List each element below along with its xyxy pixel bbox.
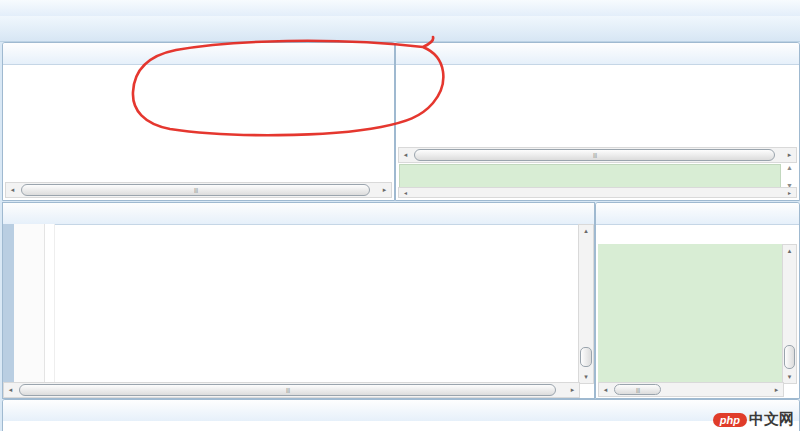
debug-panel-toolbar: [3, 65, 394, 84]
scroll-left-icon[interactable]: ◂: [599, 386, 612, 394]
watermark-text: 中文网: [749, 410, 794, 429]
breakpoints-panel-tabs: [396, 43, 799, 65]
php-watermark: php 中文网: [713, 410, 794, 429]
scroll-right-icon[interactable]: ▸: [783, 151, 796, 159]
editor-vscrollbar[interactable]: ▴ ▾: [578, 224, 594, 384]
scroll-down-icon[interactable]: ▾: [783, 371, 796, 383]
fold-ruler[interactable]: [45, 224, 55, 384]
code-lines: [55, 224, 580, 384]
console-panel-tabs: [3, 400, 799, 421]
debug-panel: ◂ ▸: [2, 42, 395, 201]
console-panel: [2, 399, 800, 431]
watermark-badge: php: [713, 413, 747, 427]
code-area[interactable]: [3, 224, 580, 384]
editor-hscrollbar[interactable]: ◂ ▸: [3, 382, 580, 398]
breakpoints-hscrollbar-2[interactable]: ◂ ▸: [398, 187, 797, 198]
breakpoints-panel: ◂ ▸ ▲▼ ◂ ▸: [395, 42, 800, 201]
main-toolbar: [0, 16, 800, 42]
debug-tree: [3, 84, 394, 86]
scroll-up-icon[interactable]: ▴: [783, 245, 796, 257]
menu-bar: [0, 0, 800, 16]
outline-panel: ▴ ▾ ◂ ▸: [595, 202, 800, 399]
debug-panel-tabs: [3, 43, 394, 65]
scroll-left-icon[interactable]: ◂: [399, 151, 412, 159]
outline-panel-tabs: [596, 203, 799, 225]
scroll-right-icon[interactable]: ▸: [566, 386, 579, 394]
marker-ruler[interactable]: [3, 224, 14, 384]
scroll-up-icon[interactable]: ▴: [579, 225, 593, 237]
debug-hscrollbar[interactable]: ◂ ▸: [5, 182, 392, 198]
scroll-left-icon[interactable]: ◂: [399, 189, 412, 196]
scroll-right-icon[interactable]: ▸: [378, 186, 391, 194]
editor-area: ▴ ▾ ◂ ▸: [2, 202, 595, 399]
scroll-left-icon[interactable]: ◂: [4, 386, 17, 394]
outline-list: [598, 244, 784, 384]
scroll-right-icon[interactable]: ▸: [770, 386, 783, 394]
scroll-down-icon[interactable]: ▾: [579, 371, 593, 383]
scroll-right-icon[interactable]: ▸: [783, 189, 796, 196]
eclipse-window: ◂ ▸ ◂ ▸ ▲▼ ◂ ▸ ▴: [0, 0, 800, 431]
scroll-left-icon[interactable]: ◂: [6, 186, 19, 194]
outline-vscrollbar[interactable]: ▴ ▾: [782, 244, 797, 384]
breakpoints-hscrollbar[interactable]: ◂ ▸: [398, 147, 797, 163]
editor-tabs: [3, 203, 594, 225]
line-number-ruler: [14, 224, 45, 384]
detail-scroll-arrows[interactable]: ▲▼: [783, 164, 796, 189]
outline-toolbar: [596, 225, 799, 244]
outline-hscrollbar[interactable]: ◂ ▸: [598, 382, 784, 397]
breakpoints-panel-toolbar: [396, 65, 799, 84]
